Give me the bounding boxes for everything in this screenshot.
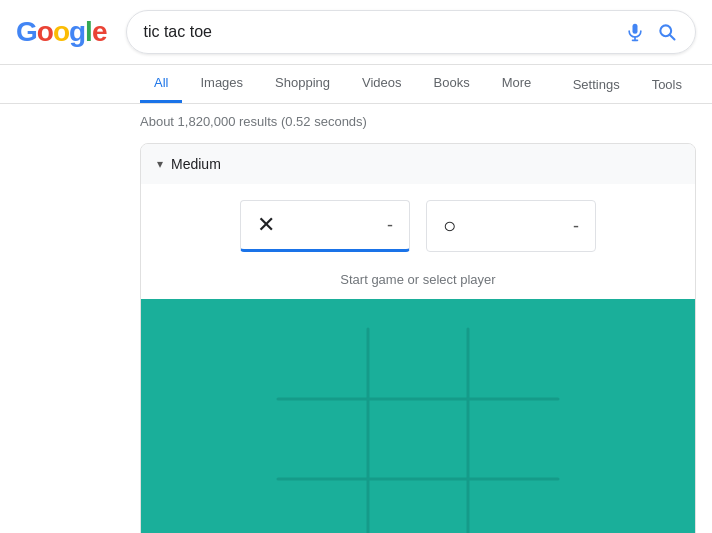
search-bar xyxy=(126,10,696,54)
svg-line-4 xyxy=(670,35,675,40)
difficulty-row: ▾ Medium xyxy=(141,144,695,184)
logo-o2: o xyxy=(53,16,69,48)
cell-0-1[interactable] xyxy=(368,319,468,399)
game-board[interactable] xyxy=(268,319,568,533)
logo-g: G xyxy=(16,16,37,48)
search-icons xyxy=(625,20,679,44)
player-select-row: ✕ - ○ - xyxy=(141,184,695,268)
tab-more[interactable]: More xyxy=(488,65,546,103)
difficulty-label: Medium xyxy=(171,156,221,172)
player-o-minus: - xyxy=(573,216,579,237)
svg-rect-0 xyxy=(633,24,638,34)
start-hint: Start game or select player xyxy=(141,268,695,299)
tab-books[interactable]: Books xyxy=(420,65,484,103)
cell-2-2[interactable] xyxy=(468,479,568,533)
search-icon[interactable] xyxy=(655,20,679,44)
logo-o1: o xyxy=(37,16,53,48)
cell-0-2[interactable] xyxy=(468,319,568,399)
player-o-button[interactable]: ○ - xyxy=(426,200,596,252)
results-summary: About 1,820,000 results (0.52 seconds) xyxy=(0,104,712,139)
tab-all[interactable]: All xyxy=(140,65,182,103)
cell-1-1[interactable] xyxy=(368,399,468,479)
difficulty-arrow: ▾ xyxy=(157,157,163,171)
logo-l: l xyxy=(85,16,92,48)
tab-videos[interactable]: Videos xyxy=(348,65,416,103)
tab-tools[interactable]: Tools xyxy=(638,67,696,102)
mic-icon[interactable] xyxy=(625,20,645,44)
header: Google xyxy=(0,0,712,65)
cell-2-1[interactable] xyxy=(368,479,468,533)
cell-0-0[interactable] xyxy=(268,319,368,399)
cell-1-0[interactable] xyxy=(268,399,368,479)
tab-shopping[interactable]: Shopping xyxy=(261,65,344,103)
cell-2-0[interactable] xyxy=(268,479,368,533)
logo-g2: g xyxy=(69,16,85,48)
logo-e: e xyxy=(92,16,107,48)
google-logo: Google xyxy=(16,16,106,48)
cell-1-2[interactable] xyxy=(468,399,568,479)
tab-images[interactable]: Images xyxy=(186,65,257,103)
player-x-minus: - xyxy=(387,215,393,236)
game-card: ▾ Medium ✕ - ○ - Start game or select pl… xyxy=(140,143,696,533)
nav-tabs: All Images Shopping Videos Books More Se… xyxy=(0,65,712,104)
player-x-button[interactable]: ✕ - xyxy=(240,200,410,252)
tab-settings[interactable]: Settings xyxy=(559,67,634,102)
search-input[interactable] xyxy=(143,23,625,41)
game-board-wrap xyxy=(141,299,695,533)
player-o-symbol: ○ xyxy=(443,213,456,239)
player-x-symbol: ✕ xyxy=(257,212,275,238)
